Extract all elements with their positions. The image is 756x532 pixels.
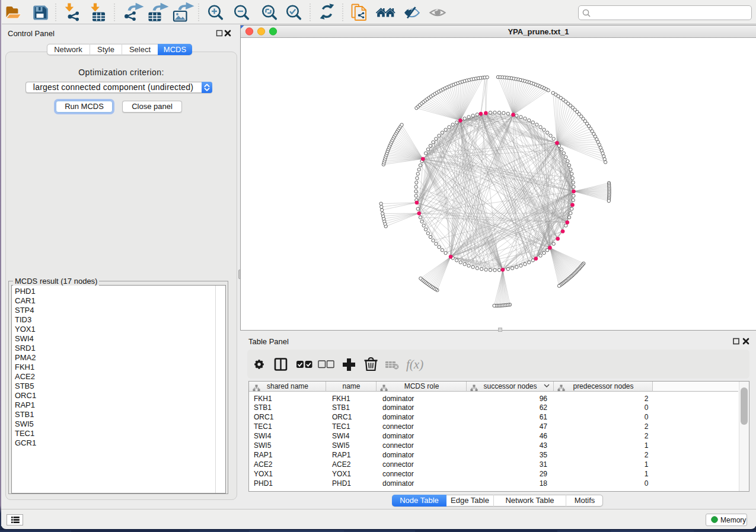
svg-text:f(x): f(x) xyxy=(406,357,423,371)
